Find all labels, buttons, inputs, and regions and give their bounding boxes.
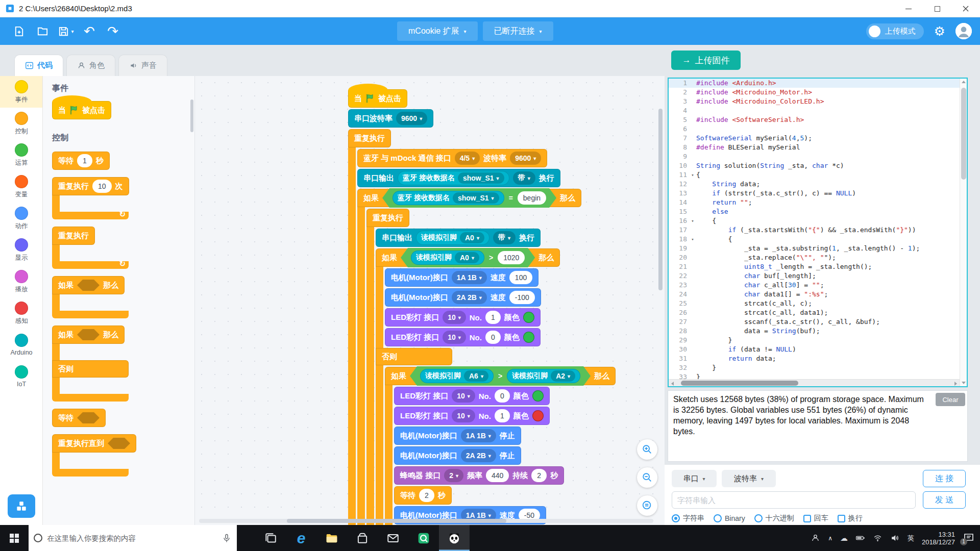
palette-block-repeat-until[interactable]: 重复执行直到 (52, 434, 194, 477)
fold-arrow-icon[interactable]: ▾ (689, 216, 696, 226)
led-index-input[interactable]: 1 (495, 409, 510, 422)
scroll-right-arrow[interactable] (954, 382, 957, 386)
fold-arrow-icon[interactable] (689, 189, 696, 198)
save-button[interactable]: ▾ (54, 20, 78, 42)
canvas-horizontal-scrollbar[interactable] (287, 519, 506, 523)
led-port-dropdown[interactable]: 10 (443, 331, 466, 344)
data-name-dropdown[interactable]: show_S1 (453, 192, 499, 204)
tab-sprites[interactable]: 角色 (66, 55, 115, 76)
redo-button[interactable]: ↷ (101, 20, 125, 42)
task-view-button[interactable] (255, 525, 286, 551)
fold-arrow-icon[interactable] (689, 226, 696, 235)
analog-read-reporter[interactable]: 读模拟引脚A2 (507, 369, 580, 383)
block-if-else-analog[interactable]: 如果 读模拟引脚A0 > 1020 那么 (376, 248, 616, 525)
newline-mode-dropdown[interactable]: 带 (513, 171, 535, 185)
fold-arrow-icon[interactable] (689, 244, 696, 253)
category-item[interactable]: 运算 (0, 139, 43, 171)
block-led-color[interactable]: LED彩灯 接口 10 No. 0 颜色 (385, 328, 541, 346)
checkbox-carriage-return[interactable] (803, 515, 811, 522)
category-item[interactable]: 播放 (0, 266, 43, 297)
palette-block-forever[interactable]: 重复执行 ↻ (52, 227, 194, 269)
value-input[interactable]: 1020 (498, 251, 525, 264)
block-serial-print-bt[interactable]: 串口输出 蓝牙 接收数据名show_S1 带 换行 (357, 169, 560, 187)
tab-code[interactable]: 代码 (14, 55, 63, 76)
fold-arrow-icon[interactable] (689, 79, 696, 88)
settings-gear-icon[interactable]: ⚙ (934, 24, 945, 39)
bt-received-data-reporter[interactable]: 蓝牙 接收数据名show_S1 (398, 171, 509, 185)
scroll-left-arrow[interactable] (671, 382, 674, 386)
fold-arrow-icon[interactable] (689, 207, 696, 216)
code-editor[interactable]: 1 #include <Arduino.h> 2 #include <Micro… (668, 78, 968, 387)
color-swatch[interactable] (523, 332, 534, 343)
fold-arrow-icon[interactable] (689, 253, 696, 262)
scroll-up-arrow[interactable] (962, 81, 966, 83)
fold-arrow-icon[interactable] (689, 327, 696, 336)
fold-arrow-icon[interactable] (689, 363, 696, 372)
fold-arrow-icon[interactable] (689, 88, 696, 97)
led-index-input[interactable]: 0 (495, 389, 510, 403)
led-port-dropdown[interactable]: 10 (452, 409, 475, 422)
taskbar-app-store[interactable] (347, 525, 378, 551)
motor-port-dropdown[interactable]: 1A 1B (452, 271, 487, 284)
editor-vertical-scrollbar-thumb[interactable] (961, 88, 966, 180)
led-index-input[interactable]: 0 (485, 331, 501, 344)
battery-icon[interactable] (855, 533, 865, 543)
fold-arrow-icon[interactable] (689, 115, 696, 124)
serial-input[interactable] (672, 491, 916, 509)
palette-block-if-then[interactable]: 如果那么 (52, 276, 194, 318)
serial-send-button[interactable]: 发 送 (923, 491, 966, 509)
boolean-slot[interactable] (77, 329, 100, 340)
analog-read-reporter[interactable]: 读模拟引脚A6 (420, 369, 494, 383)
block-motor-speed[interactable]: 电机(Motor)接口 1A 1B 速度 100 (385, 268, 538, 287)
block-if-bt-equals-begin[interactable]: 如果 蓝牙 接收数据名show_S1 = begin 那么 (357, 189, 616, 525)
block-if-compare-analog[interactable]: 如果 读模拟引脚A6 > 读模拟引脚A2 那么 (385, 367, 616, 525)
fold-arrow-icon[interactable] (689, 308, 696, 317)
fold-arrow-icon[interactable] (689, 152, 696, 161)
maximize-button[interactable] (923, 0, 951, 17)
category-item[interactable]: 变量 (0, 171, 43, 203)
frequency-input[interactable]: 440 (486, 469, 509, 482)
taskbar-app-mail[interactable] (378, 525, 408, 551)
close-button[interactable] (951, 0, 980, 17)
fold-arrow-icon[interactable] (689, 180, 696, 189)
category-item[interactable]: 动作 (0, 203, 43, 234)
scroll-down-arrow[interactable] (962, 382, 966, 384)
category-item[interactable]: Arduino (0, 329, 43, 361)
speed-input[interactable]: -100 (509, 291, 535, 304)
fold-arrow-icon[interactable] (689, 134, 696, 143)
condition-equals[interactable]: 蓝牙 接收数据名show_S1 = begin (382, 188, 556, 208)
taskbar-app-green[interactable] (408, 525, 439, 551)
zoom-in-button[interactable] (637, 439, 657, 460)
taskbar-app-mdesigner[interactable] (439, 525, 470, 551)
block-motor-stop[interactable]: 电机(Motor)接口 2A 2B 停止 (394, 446, 521, 465)
category-item[interactable]: 控制 (0, 108, 43, 139)
script-canvas[interactable]: 当 被点击 串口波特率 9600 重复执行 蓝牙 与 mDock 通信 接口 4… (195, 76, 665, 525)
block-led-color[interactable]: LED彩灯 接口 10 No. 1 颜色 (394, 407, 550, 425)
block-buzzer[interactable]: 蜂鸣器 接口 2 频率 440 持续 2 (394, 466, 564, 485)
boolean-slot[interactable] (77, 280, 100, 291)
fold-arrow-icon[interactable] (689, 161, 696, 170)
color-swatch[interactable] (532, 390, 544, 402)
taskbar-app-edge[interactable]: e (286, 525, 316, 551)
serial-baudrate-dropdown[interactable]: 波特率▾ (722, 470, 776, 487)
analog-read-reporter[interactable]: 读模拟引脚A0 (416, 231, 489, 245)
fold-arrow-icon[interactable] (689, 336, 696, 345)
minimize-button[interactable] (894, 0, 923, 17)
fold-arrow-icon[interactable] (689, 299, 696, 308)
console-clear-button[interactable]: Clear (936, 393, 965, 406)
led-port-dropdown[interactable]: 10 (452, 389, 475, 403)
action-center-button[interactable]: 1 (963, 532, 975, 544)
open-file-button[interactable] (31, 20, 54, 42)
input-language-indicator[interactable]: 英 (908, 534, 914, 543)
editor-horizontal-scrollbar-thumb[interactable] (681, 381, 798, 386)
category-item[interactable]: IoT (0, 361, 43, 392)
palette-block-wait-until[interactable]: 等待 (52, 409, 106, 427)
network-icon[interactable] (873, 533, 883, 543)
user-avatar[interactable] (955, 23, 972, 39)
palette-block-wait[interactable]: 等待 1 秒 (52, 152, 110, 170)
bt-port-dropdown[interactable]: 4/5 (455, 152, 480, 165)
radio-hex-mode[interactable] (754, 514, 763, 522)
block-motor-speed[interactable]: 电机(Motor)接口 2A 2B 速度 -100 (385, 288, 541, 307)
block-motor-stop[interactable]: 电机(Motor)接口 1A 1B 停止 (394, 427, 521, 445)
fold-arrow-icon[interactable] (689, 143, 696, 152)
